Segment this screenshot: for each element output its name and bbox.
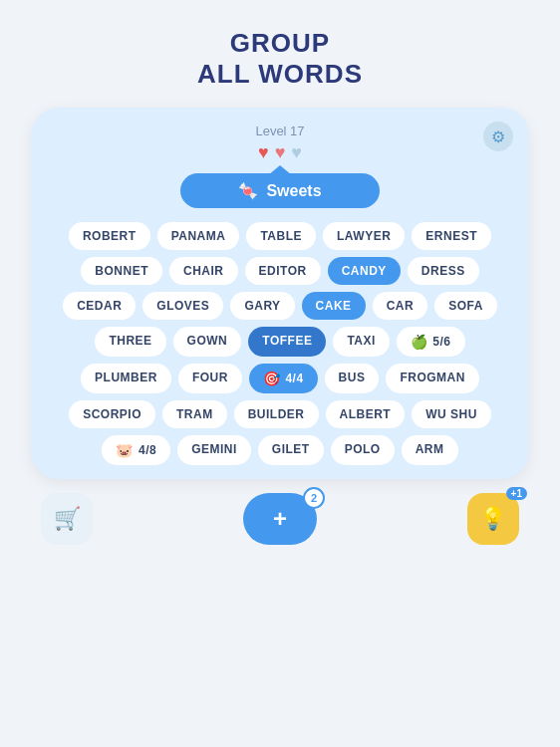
word-chip[interactable]: PANAMA <box>157 222 240 250</box>
badge-circle[interactable]: 🎯 4/4 <box>249 364 318 393</box>
word-chip[interactable]: ROBERT <box>69 222 150 250</box>
circle-count: 4/4 <box>285 372 303 385</box>
apple-count: 5/6 <box>432 335 450 349</box>
word-chip-candy[interactable]: CANDY <box>328 257 401 285</box>
heart-3: ♥ <box>291 142 302 163</box>
word-chip-chair[interactable]: CHAIR <box>169 257 238 285</box>
page-title: GROUP ALL WORDS <box>197 28 363 90</box>
word-chip[interactable]: POLO <box>331 435 395 465</box>
level-text: Level 17 <box>255 124 304 138</box>
word-chip[interactable]: GILET <box>258 435 324 465</box>
apple-icon: 🍏 <box>411 334 428 350</box>
word-chip[interactable]: BUILDER <box>234 400 319 428</box>
word-chip[interactable]: EDITOR <box>245 257 321 285</box>
word-chip[interactable]: GEMINI <box>177 435 251 465</box>
word-chip[interactable]: TAXI <box>333 327 389 357</box>
word-chip-car[interactable]: CAR <box>373 292 428 320</box>
word-chip[interactable]: GARY <box>230 292 294 320</box>
word-chip[interactable]: ARM <box>402 435 458 465</box>
word-chip[interactable]: SOFA <box>434 292 497 320</box>
word-chip[interactable]: BONNET <box>81 257 162 285</box>
word-chip[interactable]: TABLE <box>246 222 316 250</box>
word-chip[interactable]: PLUMBER <box>81 364 171 393</box>
add-icon: + <box>273 505 287 533</box>
cart-icon: 🛒 <box>54 506 81 532</box>
word-chip[interactable]: SCORPIO <box>69 400 155 428</box>
hint-button[interactable]: 💡 +1 <box>467 493 519 545</box>
pig-icon: 🐷 <box>116 442 134 458</box>
word-chip[interactable]: GOWN <box>173 327 242 357</box>
game-card: Level 17 ⚙ ♥ ♥ ♥ 🍬 Sweets ROBERT PANAMA … <box>31 108 529 479</box>
category-banner: 🍬 Sweets <box>180 173 380 208</box>
badge-pig[interactable]: 🐷 4/8 <box>102 435 170 465</box>
word-chip[interactable]: DRESS <box>408 257 479 285</box>
word-chip-cake[interactable]: CAKE <box>302 292 366 320</box>
word-chip[interactable]: ALBERT <box>326 400 406 428</box>
heart-1: ♥ <box>258 142 269 163</box>
word-chip[interactable]: TRAM <box>162 400 227 428</box>
category-label: Sweets <box>266 182 321 200</box>
candy-icon: 🍬 <box>238 181 258 200</box>
word-chip[interactable]: FOUR <box>178 364 242 393</box>
heart-2: ♥ <box>275 142 286 163</box>
cart-button[interactable]: 🛒 <box>41 493 93 545</box>
word-chip[interactable]: GLOVES <box>142 292 223 320</box>
pig-count: 4/8 <box>139 443 156 457</box>
word-chip[interactable]: THREE <box>95 327 165 357</box>
word-chip-toffee[interactable]: TOFFEE <box>248 327 326 357</box>
word-chip[interactable]: WU SHU <box>412 400 491 428</box>
circle-icon: 🎯 <box>263 371 281 386</box>
word-chip[interactable]: BUS <box>325 364 380 393</box>
add-button[interactable]: + 2 <box>243 493 317 545</box>
add-badge: 2 <box>303 487 325 509</box>
hint-icon: 💡 <box>479 506 506 532</box>
word-chip[interactable]: FROGMAN <box>386 364 479 393</box>
badge-apple[interactable]: 🍏 5/6 <box>397 327 465 357</box>
word-chip[interactable]: LAWYER <box>323 222 405 250</box>
hint-plus-badge: +1 <box>506 487 527 500</box>
word-chip-cedar[interactable]: CEDAR <box>63 292 136 320</box>
word-chip[interactable]: ERNEST <box>412 222 491 250</box>
